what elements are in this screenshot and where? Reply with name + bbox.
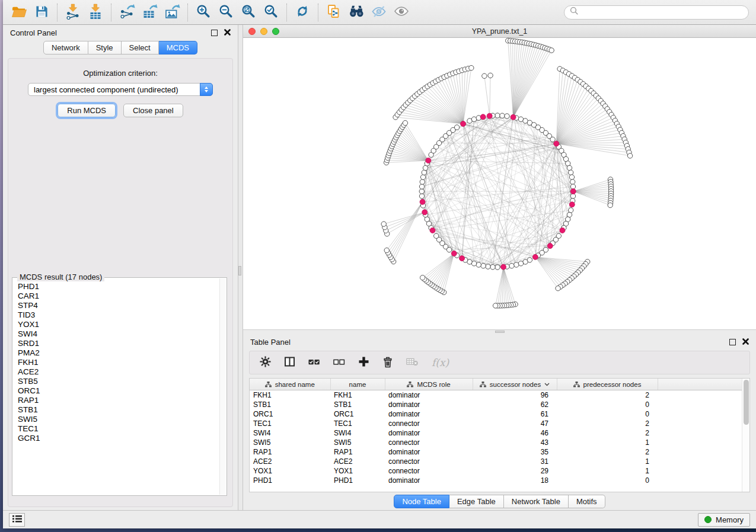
column-header-shared-name[interactable]: shared name xyxy=(250,379,330,390)
delete-column-button[interactable] xyxy=(382,356,393,370)
mcds-result-item[interactable]: STB5 xyxy=(18,377,219,386)
table-cell[interactable]: RAP1 xyxy=(250,447,330,457)
table-row[interactable]: FKH1FKH1dominator962 xyxy=(250,390,749,400)
network-node[interactable] xyxy=(420,175,425,180)
mcds-result-item[interactable]: PHD1 xyxy=(18,282,219,291)
mcds-result-item[interactable]: YOX1 xyxy=(18,320,219,329)
export-image-button[interactable] xyxy=(161,2,183,23)
mcds-result-item[interactable]: ACE2 xyxy=(18,367,219,377)
close-panel-icon[interactable] xyxy=(224,28,231,37)
mcds-result-item[interactable]: TEC1 xyxy=(18,424,219,434)
table-cell[interactable]: 47 xyxy=(473,419,557,428)
column-header-successor-nodes[interactable]: successor nodes xyxy=(473,379,557,390)
table-row[interactable]: STB1STB1dominator620 xyxy=(250,400,749,409)
table-settings-button[interactable] xyxy=(260,356,271,369)
table-cell[interactable]: PHD1 xyxy=(250,476,330,485)
table-cell[interactable]: 35 xyxy=(473,447,557,457)
apply-function-button[interactable]: f(x) xyxy=(432,357,449,368)
table-cell[interactable]: SWI4 xyxy=(250,428,330,438)
table-cell[interactable]: YOX1 xyxy=(250,466,330,476)
network-node[interactable] xyxy=(493,303,497,308)
table-cell[interactable]: dominator xyxy=(385,476,473,485)
mcds-result-item[interactable]: PMA2 xyxy=(18,348,219,358)
mcds-dominator-node[interactable] xyxy=(461,121,466,126)
table-cell[interactable]: connector xyxy=(385,438,473,447)
mcds-dominator-node[interactable] xyxy=(560,227,565,233)
network-node[interactable] xyxy=(488,73,493,78)
network-node[interactable] xyxy=(471,117,476,121)
mcds-dominator-node[interactable] xyxy=(480,114,486,120)
search-box[interactable] xyxy=(564,5,749,20)
deselect-all-rows-button[interactable] xyxy=(333,357,345,369)
network-node[interactable] xyxy=(518,261,523,266)
table-row[interactable]: ORC1ORC1dominator610 xyxy=(250,409,749,419)
network-node[interactable] xyxy=(569,208,573,213)
column-header-predecessor-nodes[interactable]: predecessor nodes xyxy=(557,379,658,390)
network-node[interactable] xyxy=(454,125,459,130)
mcds-dominator-node[interactable] xyxy=(554,141,559,146)
find-button[interactable] xyxy=(345,2,368,23)
mcds-result-item[interactable]: STP4 xyxy=(18,301,219,310)
network-node[interactable] xyxy=(556,286,560,290)
network-node[interactable] xyxy=(419,184,424,189)
network-node[interactable] xyxy=(514,262,519,267)
table-cell[interactable]: TEC1 xyxy=(330,419,385,428)
table-cell[interactable]: ACE2 xyxy=(250,457,330,466)
table-cell[interactable]: 2 xyxy=(557,428,658,438)
table-cell[interactable]: 29 xyxy=(473,466,557,476)
mcds-result-item[interactable]: TID3 xyxy=(18,310,219,320)
import-network-button[interactable] xyxy=(62,2,84,23)
float-panel-icon[interactable] xyxy=(211,30,218,36)
table-cell[interactable]: dominator xyxy=(385,400,473,409)
table-cell[interactable]: 1 xyxy=(557,457,658,466)
network-node[interactable] xyxy=(570,184,575,189)
table-row[interactable]: TEC1TEC1connector472 xyxy=(250,419,749,428)
tab-select[interactable]: Select xyxy=(122,41,159,55)
mcds-dominator-node[interactable] xyxy=(547,243,553,249)
table-cell[interactable]: dominator xyxy=(385,428,473,438)
tab-edge-table[interactable]: Edge Table xyxy=(449,495,504,508)
tab-mcds[interactable]: MCDS xyxy=(159,41,197,55)
table-cell[interactable]: 2 xyxy=(557,419,658,428)
network-node[interactable] xyxy=(500,113,505,118)
table-cell[interactable]: 31 xyxy=(473,457,557,466)
mcds-dominator-node[interactable] xyxy=(460,256,465,261)
mcds-dominator-node[interactable] xyxy=(569,202,575,207)
mcds-dominator-node[interactable] xyxy=(422,210,428,215)
close-panel-button[interactable]: Close panel xyxy=(123,104,183,117)
network-node[interactable] xyxy=(476,262,481,267)
run-mcds-button[interactable]: Run MCDS xyxy=(58,104,116,117)
export-table-button[interactable] xyxy=(138,2,161,23)
mcds-dominator-node[interactable] xyxy=(451,251,457,256)
table-cell[interactable]: connector xyxy=(385,457,473,466)
close-window-icon[interactable] xyxy=(248,28,256,35)
table-cell[interactable]: 46 xyxy=(473,428,557,438)
tab-node-table[interactable]: Node Table xyxy=(394,495,449,508)
mcds-dominator-node[interactable] xyxy=(430,227,435,233)
table-cell[interactable]: SWI4 xyxy=(330,428,385,438)
tab-network-table[interactable]: Network Table xyxy=(504,495,569,508)
mcds-result-item[interactable]: SRD1 xyxy=(18,339,219,348)
network-node[interactable] xyxy=(434,233,439,238)
mcds-result-item[interactable]: STB1 xyxy=(18,405,219,415)
table-row[interactable]: ACE2ACE2connector311 xyxy=(250,457,749,466)
open-session-button[interactable] xyxy=(8,2,30,23)
network-window-titlebar[interactable]: YPA_prune.txt_1 xyxy=(243,25,756,38)
import-table-button[interactable] xyxy=(84,2,107,23)
tab-style[interactable]: Style xyxy=(88,41,122,55)
network-node[interactable] xyxy=(419,194,424,198)
network-node[interactable] xyxy=(627,153,632,158)
select-all-rows-button[interactable] xyxy=(308,357,320,369)
table-cell[interactable]: 43 xyxy=(473,438,557,447)
hide-selected-button[interactable] xyxy=(368,2,390,23)
table-cell[interactable]: 18 xyxy=(473,476,557,485)
table-cell[interactable]: PHD1 xyxy=(330,476,385,485)
network-node[interactable] xyxy=(569,170,573,175)
show-columns-button[interactable] xyxy=(284,356,295,369)
mcds-dominator-node[interactable] xyxy=(420,199,425,204)
tab-motifs[interactable]: Motifs xyxy=(569,495,605,508)
table-cell[interactable]: RAP1 xyxy=(330,447,385,457)
table-cell[interactable]: FKH1 xyxy=(330,390,385,400)
show-log-button[interactable] xyxy=(9,513,25,527)
horizontal-splitter[interactable] xyxy=(243,329,756,334)
